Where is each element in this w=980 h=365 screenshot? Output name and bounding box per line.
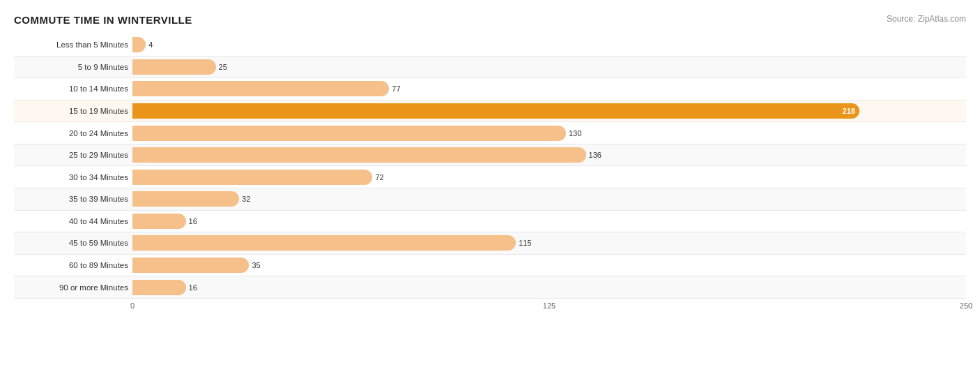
bar-label: 15 to 19 Minutes xyxy=(14,107,132,115)
bar-row: 20 to 24 Minutes130 xyxy=(14,122,966,144)
bar-label: 10 to 14 Minutes xyxy=(14,84,132,93)
bar-track: 16 xyxy=(132,280,966,295)
bar-label: 20 to 24 Minutes xyxy=(14,129,132,137)
bar-label: 60 to 89 Minutes xyxy=(14,261,132,269)
bar-row: Less than 5 Minutes4 xyxy=(14,34,966,57)
bar-track: 130 xyxy=(132,126,966,141)
bar-fill xyxy=(132,235,516,251)
bar-label: 25 to 29 Minutes xyxy=(14,151,132,159)
bar-fill xyxy=(132,214,186,229)
bar-fill xyxy=(132,170,372,185)
x-axis-label: 125 xyxy=(543,301,556,310)
chart-container: COMMUTE TIME IN WINTERVILLE Source: ZipA… xyxy=(0,0,980,365)
bar-value: 4 xyxy=(148,40,153,49)
bar-value: 130 xyxy=(569,129,581,137)
bar-label: 40 to 44 Minutes xyxy=(14,217,132,225)
chart-source: Source: ZipAtlas.com xyxy=(887,14,966,24)
bar-track: 25 xyxy=(132,59,966,75)
bar-track: 115 xyxy=(132,235,966,251)
bar-label: Less than 5 Minutes xyxy=(14,40,132,49)
bar-value: 16 xyxy=(189,283,197,292)
bar-fill: 218 xyxy=(132,103,859,119)
bar-row: 15 to 19 Minutes218 xyxy=(14,100,966,123)
bar-row: 60 to 89 Minutes35 xyxy=(14,255,966,277)
bar-fill xyxy=(132,258,249,273)
chart-area: Less than 5 Minutes45 to 9 Minutes2510 t… xyxy=(14,34,966,315)
bar-value: 25 xyxy=(219,63,227,71)
bar-track: 77 xyxy=(132,81,966,96)
chart-title: COMMUTE TIME IN WINTERVILLE xyxy=(14,14,192,26)
bar-value: 77 xyxy=(392,84,400,93)
bar-row: 30 to 34 Minutes72 xyxy=(14,166,966,188)
bar-label: 45 to 59 Minutes xyxy=(14,239,132,247)
bar-label: 30 to 34 Minutes xyxy=(14,173,132,181)
bar-fill xyxy=(132,191,239,207)
x-axis: 0125250 xyxy=(14,301,966,315)
x-axis-container: 0125250 xyxy=(132,301,966,315)
bar-label: 35 to 39 Minutes xyxy=(14,195,132,203)
bars-section: Less than 5 Minutes45 to 9 Minutes2510 t… xyxy=(14,34,966,299)
bar-track: 32 xyxy=(132,191,966,207)
bar-value: 136 xyxy=(589,151,602,159)
x-axis-label: 250 xyxy=(960,301,972,310)
bar-value: 32 xyxy=(242,195,250,203)
bar-value: 35 xyxy=(252,261,260,269)
bar-label: 90 or more Minutes xyxy=(14,283,132,292)
x-axis-label: 0 xyxy=(130,301,135,310)
bar-track: 35 xyxy=(132,258,966,273)
bar-fill xyxy=(132,126,566,141)
bar-fill xyxy=(132,280,186,295)
bar-row: 35 to 39 Minutes32 xyxy=(14,188,966,211)
bar-row: 10 to 14 Minutes77 xyxy=(14,78,966,100)
bar-fill xyxy=(132,147,586,163)
bar-row: 90 or more Minutes16 xyxy=(14,276,966,299)
chart-header: COMMUTE TIME IN WINTERVILLE Source: ZipA… xyxy=(14,14,966,26)
bar-track: 136 xyxy=(132,147,966,163)
bar-value: 115 xyxy=(519,239,531,247)
bar-track: 72 xyxy=(132,170,966,185)
bar-track: 16 xyxy=(132,214,966,229)
bar-track: 218 xyxy=(132,103,966,119)
bar-fill xyxy=(132,81,389,96)
bar-label: 5 to 9 Minutes xyxy=(14,63,132,71)
bar-row: 25 to 29 Minutes136 xyxy=(14,144,966,167)
bar-value: 16 xyxy=(189,217,197,225)
bar-row: 40 to 44 Minutes16 xyxy=(14,211,966,233)
bar-value: 218 xyxy=(843,107,855,115)
bar-row: 45 to 59 Minutes115 xyxy=(14,232,966,255)
bar-value: 72 xyxy=(375,173,383,181)
bar-fill xyxy=(132,37,146,52)
bar-track: 4 xyxy=(132,37,966,52)
bar-row: 5 to 9 Minutes25 xyxy=(14,57,966,79)
bar-fill xyxy=(132,59,216,75)
